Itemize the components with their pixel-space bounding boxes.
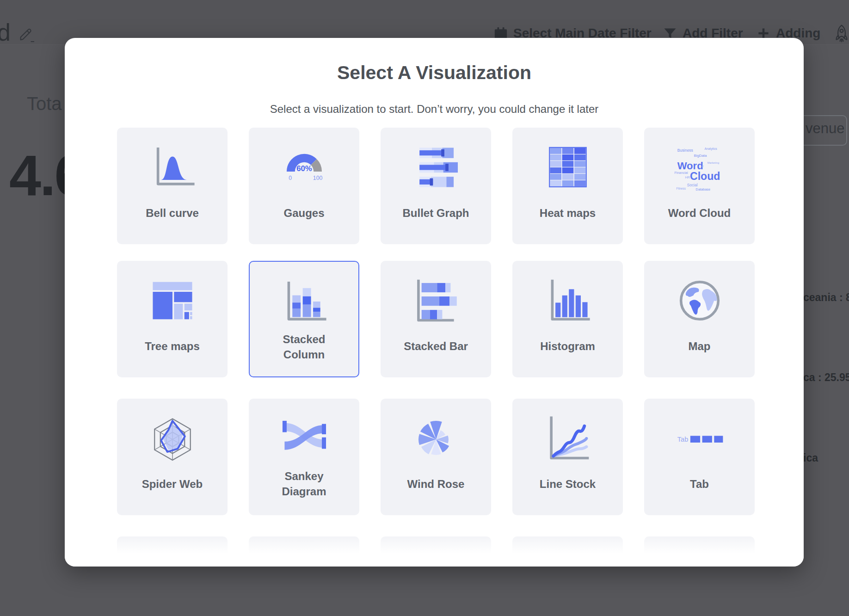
viz-card-label: Map	[689, 339, 711, 354]
viz-card-label: Wind Rose	[407, 476, 465, 492]
viz-card-bell-curve[interactable]: Bell curve	[117, 128, 228, 244]
heat-map-icon	[539, 142, 597, 193]
viz-card-partial[interactable]	[249, 536, 359, 566]
line-stock-icon	[539, 413, 597, 464]
viz-card-heat-maps[interactable]: Heat maps	[512, 128, 623, 244]
viz-card-label: Spider Web	[142, 476, 203, 492]
word: Business	[677, 148, 693, 153]
viz-card-partial[interactable]	[117, 536, 228, 566]
viz-card-partial[interactable]	[512, 536, 623, 566]
viz-card-label: Heat maps	[540, 205, 596, 221]
gauge-icon: 60% 0 100	[275, 142, 333, 193]
word: IT	[701, 165, 704, 168]
bullet-graph-icon	[407, 142, 465, 193]
viz-card-label: Line Stock	[540, 476, 596, 492]
viz-card-label: Bullet Graph	[402, 205, 469, 221]
dialog-subtitle: Select a visualization to start. Don’t w…	[65, 103, 804, 116]
word: Marketing	[707, 161, 719, 164]
viz-card-spider-web[interactable]: Spider Web	[117, 399, 228, 515]
viz-card-word-cloud[interactable]: Business Analytics BigData Word Marketin…	[644, 128, 755, 244]
tab-icon-text: Tab	[677, 436, 688, 443]
viz-card-label: Stacked Bar	[404, 339, 468, 354]
sankey-icon	[275, 413, 333, 464]
word: HR	[685, 175, 690, 179]
dashboard-title-fragment: d	[0, 18, 11, 46]
gauge-max: 100	[313, 175, 322, 181]
viz-card-tab[interactable]: Tab Tab	[644, 399, 755, 515]
gauge-value: 60%	[296, 164, 312, 173]
tab-icon: Tab	[671, 413, 729, 464]
viz-card-label: Tree maps	[145, 339, 200, 354]
gauge-min: 0	[289, 175, 292, 181]
viz-card-partial[interactable]	[644, 536, 755, 566]
revenue-select-label: venue	[806, 120, 844, 137]
stacked-column-icon	[275, 276, 333, 327]
word: Analytics	[704, 147, 717, 151]
word: Fitness	[676, 187, 685, 190]
viz-card-tree-maps[interactable]: Tree maps	[117, 261, 228, 377]
word: Social	[687, 183, 697, 187]
bell-curve-icon	[143, 142, 202, 193]
rocket-icon[interactable]	[834, 24, 849, 43]
legend-fragment-africa: ca : 25.95	[803, 371, 849, 384]
viz-card-stacked-bar[interactable]: Stacked Bar	[381, 261, 491, 377]
word: Database	[695, 187, 710, 191]
globe-icon	[671, 275, 729, 326]
viz-card-bullet-graph[interactable]: Bullet Graph	[381, 128, 491, 244]
viz-card-label: Bell curve	[146, 205, 199, 221]
legend-fragment-america: ica	[803, 452, 818, 464]
viz-card-partial[interactable]	[381, 536, 491, 566]
wind-rose-icon	[407, 413, 465, 464]
viz-card-label: Stacked Column	[268, 332, 341, 362]
viz-card-line-stock[interactable]: Line Stock	[512, 399, 623, 515]
viz-card-label: Gauges	[283, 205, 324, 221]
viz-card-wind-rose[interactable]: Wind Rose	[381, 399, 491, 515]
viz-card-sankey-diagram[interactable]: Sankey Diagram	[249, 399, 359, 515]
word-cloud-icon: Business Analytics BigData Word Marketin…	[671, 142, 729, 193]
legend-fragment-oceania: ceania : 8	[803, 291, 849, 304]
viz-card-histogram[interactable]: Histogram	[512, 261, 623, 377]
viz-card-label: Tab	[690, 476, 709, 492]
edit-pencil-icon[interactable]	[18, 27, 34, 43]
viz-card-label: Word Cloud	[668, 205, 731, 221]
select-visualization-dialog: Select A Visualization Select a visualiz…	[65, 38, 804, 567]
viz-card-stacked-column[interactable]: Stacked Column	[249, 261, 359, 377]
dialog-title: Select A Visualization	[65, 62, 804, 84]
viz-card-label: Sankey Diagram	[268, 468, 341, 499]
word: Financial	[674, 171, 688, 175]
tree-map-icon	[143, 275, 202, 326]
word: Cloud	[690, 170, 720, 182]
word: BigData	[694, 154, 707, 158]
stacked-bar-icon	[407, 275, 465, 326]
metric-title-fragment: Tota	[27, 93, 62, 114]
viz-card-map[interactable]: Map	[644, 261, 755, 377]
viz-card-gauges[interactable]: 60% 0 100 Gauges	[249, 128, 359, 244]
viz-card-label: Histogram	[540, 339, 595, 354]
histogram-icon	[539, 275, 597, 326]
spider-web-icon	[143, 413, 202, 464]
